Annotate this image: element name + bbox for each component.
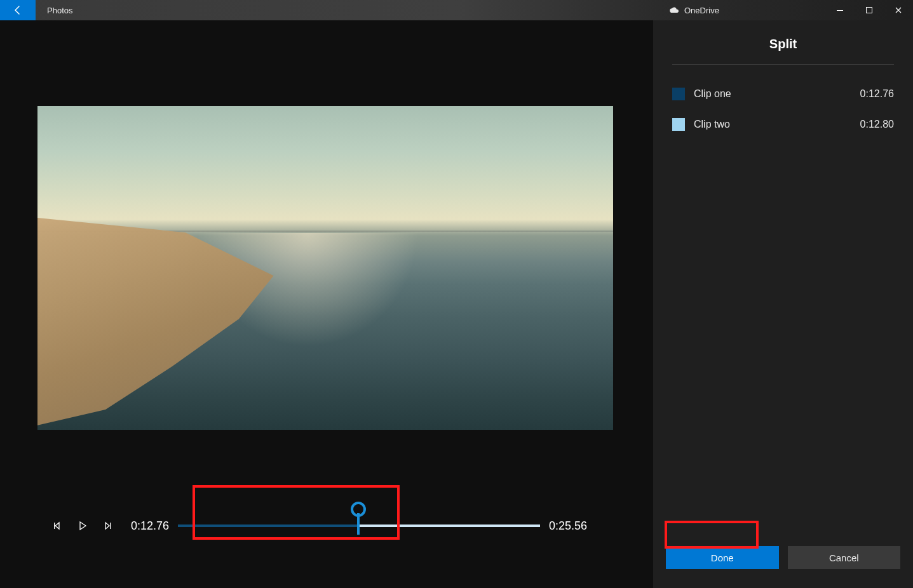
maximize-icon [865, 6, 873, 14]
play-button[interactable] [70, 513, 95, 538]
svg-rect-2 [54, 523, 55, 529]
clip-duration: 0:12.76 [860, 88, 894, 100]
step-back-icon [52, 521, 62, 531]
done-button[interactable]: Done [666, 546, 779, 569]
step-back-button[interactable] [44, 513, 70, 538]
back-button[interactable] [0, 0, 36, 20]
split-sidebar: Split Clip one0:12.76Clip two0:12.80 Don… [653, 20, 913, 588]
close-icon [895, 6, 902, 14]
clip-row[interactable]: Clip one0:12.76 [672, 79, 894, 109]
slider-progress [178, 525, 358, 527]
clip-duration: 0:12.80 [860, 119, 894, 130]
minimize-icon [836, 6, 844, 14]
play-icon [78, 521, 88, 531]
cancel-button[interactable]: Cancel [788, 546, 901, 569]
onedrive-status[interactable]: OneDrive [669, 6, 719, 15]
sidebar-title: Split [672, 37, 894, 65]
close-button[interactable] [884, 0, 913, 20]
svg-rect-3 [110, 523, 111, 529]
timeline-slider[interactable] [178, 525, 540, 527]
clip-name: Clip one [694, 88, 860, 100]
end-time: 0:25.56 [549, 519, 587, 533]
step-forward-icon [103, 521, 113, 531]
step-forward-button[interactable] [95, 513, 121, 538]
app-title: Photos [47, 6, 72, 15]
playhead-circle-icon [351, 502, 366, 517]
clip-swatch [672, 88, 685, 100]
onedrive-label: OneDrive [684, 6, 719, 15]
svg-rect-0 [837, 10, 843, 11]
player-controls: 0:12.76 0:25.56 [0, 505, 653, 546]
video-preview[interactable] [37, 106, 613, 430]
preview-art [37, 215, 279, 430]
editor-main: 0:12.76 0:25.56 [0, 20, 653, 588]
clip-row[interactable]: Clip two0:12.80 [672, 109, 894, 140]
clip-swatch [672, 118, 685, 131]
minimize-button[interactable] [825, 0, 855, 20]
cloud-icon [669, 6, 679, 14]
split-playhead[interactable] [357, 505, 360, 531]
clip-name: Clip two [694, 119, 860, 130]
svg-rect-1 [867, 8, 872, 13]
sidebar-actions: Done Cancel [653, 546, 913, 569]
window-controls [825, 0, 913, 20]
maximize-button[interactable] [855, 0, 884, 20]
clip-list: Clip one0:12.76Clip two0:12.80 [672, 79, 894, 140]
current-time: 0:12.76 [131, 519, 169, 533]
arrow-left-icon [13, 5, 23, 15]
titlebar: Photos OneDrive [0, 0, 913, 20]
